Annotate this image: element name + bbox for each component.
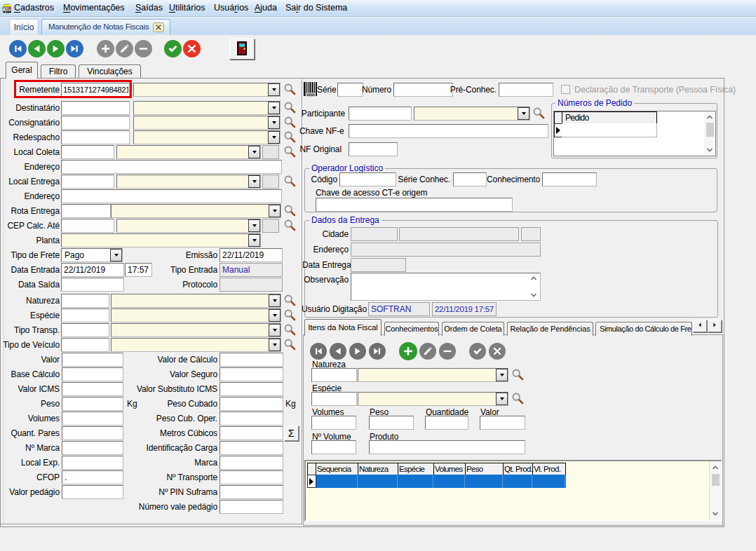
local-exp-input[interactable] [62,456,123,470]
peso-cubado-input[interactable] [220,397,283,411]
n-transporte-input[interactable] [220,470,283,484]
n-pin-suframa-input[interactable] [220,485,283,499]
chevron-down-icon[interactable] [268,83,280,96]
valor-input[interactable] [62,353,123,367]
rota-entrega-input[interactable] [61,204,111,218]
conhecimento-input[interactable] [542,172,597,186]
tipo-de-veiculo-combo[interactable] [111,338,281,352]
peso-cub-oper-input[interactable] [220,411,283,426]
itens-grid-column-header-5[interactable]: Qt. Prod. [503,463,533,475]
consignatario-search-icon[interactable] [283,116,297,129]
chevron-down-icon[interactable] [248,234,260,247]
tab-itens-da-nota-fiscal[interactable]: Itens da Nota Fiscal [304,319,382,336]
tab-ordem-de-coleta[interactable]: Ordem de Coleta [442,322,504,336]
itens-grid-selected-cell[interactable] [433,475,465,488]
data-entrada-input[interactable] [61,263,124,277]
tipo-transp-combo[interactable] [111,323,281,337]
consignatario-combo[interactable] [133,116,281,130]
rota-entrega-combo[interactable] [111,204,281,218]
itens-natureza-input[interactable] [311,368,357,382]
cep-calc-ate-search-icon[interactable] [283,219,297,232]
itens-nav-prior-button[interactable] [330,343,346,360]
tab-scroll-left-button[interactable] [693,320,707,332]
tipo-transp-input[interactable] [61,323,109,337]
chevron-down-icon[interactable] [269,309,281,322]
tipo-de-frete-combo[interactable]: Pago [61,248,123,262]
tab-conhecimentos[interactable]: Conhecimentos [384,322,439,336]
chevron-down-icon[interactable] [269,205,281,217]
itens-grid-selected-cell[interactable] [465,475,503,488]
natureza-search-icon[interactable] [283,294,297,307]
tab-simulacao-calculo-frete[interactable]: Simulação do Cálculo de Fret [595,322,692,336]
endereco-coleta-input[interactable] [61,160,282,174]
itens-especie-combo[interactable] [358,392,508,406]
codigo-input[interactable] [339,172,396,186]
valor-icms-input[interactable] [62,382,123,396]
serie-conhec-input[interactable] [453,172,487,186]
identificacao-carga-input[interactable] [220,441,283,455]
local-entrega-input[interactable] [61,175,114,189]
itens-grid-selected-cell[interactable] [316,475,358,488]
numero-vale-pedagio-input[interactable] [220,500,283,514]
chevron-down-icon[interactable] [248,219,260,232]
destinatario-input[interactable] [61,101,130,115]
itens-delete-button[interactable] [439,343,456,360]
chevron-down-icon[interactable] [248,146,260,158]
chevron-down-icon[interactable] [269,294,281,307]
pedido-grid-cell[interactable] [562,123,657,137]
redespacho-search-icon[interactable] [283,130,297,144]
itens-grid-column-header-0[interactable]: Sequencia [316,463,358,475]
chevron-down-icon[interactable] [496,393,508,405]
marca-input[interactable] [220,456,283,470]
remetente-combo[interactable] [133,83,281,97]
itens-grid-column-header-4[interactable]: Peso [465,463,504,475]
itens-natureza-search-icon[interactable] [511,368,525,381]
itens-grid-selected-cell[interactable] [398,475,433,488]
itens-grid-column-header-3[interactable]: Volumes [433,463,466,475]
itens-grid-column-header-2[interactable]: Espécie [398,463,434,475]
tipo-transp-search-icon[interactable] [283,323,297,336]
itens-grid-column-header-1[interactable]: Natureza [358,463,398,475]
itens-edit-button[interactable] [419,343,436,360]
valor-calculo-input[interactable] [220,353,283,367]
itens-grid-column-header-6[interactable]: Vl. Prod. [532,463,566,475]
scrollbar-thumb[interactable] [712,474,720,486]
itens-volumes-input[interactable] [311,416,356,430]
itens-nav-next-button[interactable] [349,343,366,360]
local-entrega-combo[interactable] [116,175,261,189]
valor-seguro-input[interactable] [220,367,283,381]
itens-cancel-button[interactable] [489,343,506,360]
especie-input[interactable] [61,308,109,322]
itens-confirm-button[interactable] [469,343,486,360]
itens-natureza-combo[interactable] [358,368,508,382]
itens-n-volume-input[interactable] [311,440,356,454]
rota-entrega-search-icon[interactable] [283,204,297,217]
chevron-down-icon[interactable] [518,107,529,120]
tipo-de-veiculo-input[interactable] [61,338,109,352]
chevron-down-icon[interactable] [110,249,122,261]
emissao-input[interactable] [220,248,283,262]
chevron-down-icon[interactable] [496,369,508,381]
local-coleta-input[interactable] [61,145,114,159]
redespacho-input[interactable] [61,130,130,144]
valor-pedagio-input[interactable] [62,485,123,499]
declaracao-checkbox[interactable] [561,85,570,94]
itens-quantidade-input[interactable] [425,416,468,430]
itens-grid-scrollbar[interactable] [709,461,721,520]
cfop-input[interactable] [62,470,123,484]
itens-especie-input[interactable] [311,392,357,406]
pre-conhec-input[interactable] [499,83,553,97]
observacao-textarea[interactable] [351,273,541,301]
tab-scroll-right-button[interactable] [708,320,722,332]
itens-add-button[interactable] [399,342,417,360]
endereco-entrega-input[interactable] [61,189,282,203]
chevron-down-icon[interactable] [248,175,260,188]
itens-grid-selected-cell[interactable] [358,475,398,488]
chave-cte-input[interactable] [316,198,513,212]
planta-combo[interactable] [61,233,261,247]
pedido-grid-scrollbar[interactable] [704,111,715,156]
local-coleta-combo[interactable] [116,145,261,159]
chevron-down-icon[interactable] [268,131,280,144]
participante-input[interactable] [349,107,412,121]
metros-cubicos-input[interactable] [220,426,283,440]
